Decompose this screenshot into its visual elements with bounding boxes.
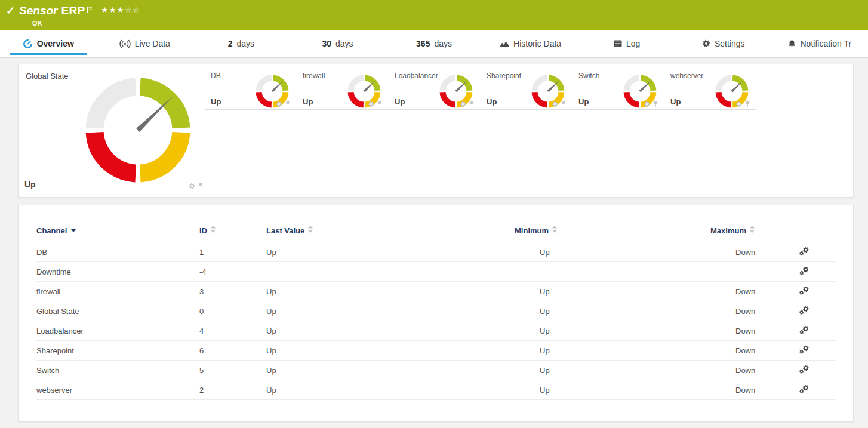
tab-historic-data[interactable]: Historic Data <box>482 30 579 57</box>
gear-icon[interactable] <box>552 101 558 107</box>
tab-label: Live Data <box>135 39 170 48</box>
cell-last-value: Up <box>266 341 515 361</box>
gear-icon[interactable] <box>276 101 282 107</box>
flag-icon[interactable] <box>87 3 93 16</box>
pin-icon[interactable] <box>653 101 658 107</box>
tab-prefix: 2 <box>228 39 233 48</box>
channel-settings-icon[interactable] <box>799 325 809 335</box>
tab-30-days[interactable]: 30days <box>290 30 386 57</box>
gear-icon[interactable] <box>189 183 195 189</box>
cell-minimum: Up <box>515 242 710 262</box>
table-row-webserver[interactable]: webserver2UpUpDown <box>36 380 836 400</box>
gauge-cell-webserver: webserverUp <box>664 67 756 110</box>
channel-settings-icon[interactable] <box>799 384 809 394</box>
sort-icon <box>211 226 216 235</box>
table-row-global-state[interactable]: Global State0UpUpDown <box>36 301 836 321</box>
tab-live-data[interactable]: Live Data <box>97 30 193 57</box>
sort-icon <box>750 226 755 235</box>
cell-channel: Loadbalancer <box>36 321 199 341</box>
cell-last-value: Up <box>266 321 515 341</box>
gauge-value: Up <box>578 97 589 106</box>
table-row-downtime[interactable]: Downtime-4 <box>36 262 836 282</box>
channel-settings-icon[interactable] <box>799 365 809 374</box>
cell-actions <box>788 361 836 380</box>
cell-id: 6 <box>199 341 266 361</box>
cell-actions <box>788 301 836 321</box>
channel-settings-icon[interactable] <box>799 266 809 276</box>
gauge-cell-firewall: firewallUp <box>297 67 389 110</box>
pin-icon[interactable] <box>377 101 383 107</box>
sensor-name: ERP <box>61 4 85 17</box>
pin-icon[interactable] <box>469 101 475 107</box>
gear-icon[interactable] <box>368 101 374 107</box>
pin-icon[interactable] <box>198 183 204 189</box>
cell-maximum: Down <box>710 282 788 301</box>
cell-channel: Sharepoint <box>36 341 199 361</box>
pin-icon[interactable] <box>285 101 291 107</box>
cell-actions <box>788 282 836 301</box>
column-header-actions <box>788 221 836 242</box>
cell-actions <box>788 242 836 262</box>
cell-id: 4 <box>199 321 266 341</box>
gauge-value: Up <box>487 97 497 106</box>
gear-icon[interactable] <box>460 101 466 107</box>
tab-settings[interactable]: Settings <box>675 30 772 57</box>
column-header-channel[interactable]: Channel <box>36 221 199 242</box>
column-header-last-value[interactable]: Last Value <box>266 221 515 242</box>
table-row-db[interactable]: DB1UpUpDown <box>36 242 836 262</box>
table-row-firewall[interactable]: firewall3UpUpDown <box>36 282 836 301</box>
cell-id: 2 <box>199 380 266 400</box>
table-row-switch[interactable]: Switch5UpUpDown <box>36 361 836 380</box>
priority-stars[interactable]: ★★★☆☆ <box>101 4 140 17</box>
gear-icon[interactable] <box>644 101 650 107</box>
sensor-title-block: Sensor ERP ★★★☆☆ OK <box>19 4 140 27</box>
table-row-sharepoint[interactable]: Sharepoint6UpUpDown <box>36 341 836 361</box>
sort-desc-icon <box>71 229 76 232</box>
pin-icon[interactable] <box>561 101 567 107</box>
tab-label: Overview <box>37 39 74 48</box>
pin-icon[interactable] <box>745 101 750 107</box>
channel-settings-icon[interactable] <box>799 306 809 315</box>
tab-label: Notification Tr <box>800 39 851 48</box>
tab-overview[interactable]: Overview <box>0 30 97 57</box>
tab-notification-tr[interactable]: Notification Tr <box>772 30 868 57</box>
column-header-id[interactable]: ID <box>199 221 266 242</box>
cell-id: 3 <box>199 282 266 301</box>
tab-log[interactable]: Log <box>578 30 675 57</box>
sensor-header: ✓ Sensor ERP ★★★☆☆ OK <box>0 0 868 30</box>
gauge-value: Up <box>24 180 189 189</box>
prtg-sensor-page: ✓ Sensor ERP ★★★☆☆ OK OverviewLive Data2… <box>0 0 868 422</box>
tab-2-days[interactable]: 2days <box>193 30 290 57</box>
gear-icon[interactable] <box>735 101 742 107</box>
tab-365-days[interactable]: 365days <box>386 30 482 57</box>
tab-label: days <box>335 39 353 48</box>
tab-label: Settings <box>715 39 745 48</box>
column-header-minimum[interactable]: Minimum <box>515 221 710 242</box>
channels-panel: ChannelIDLast ValueMinimumMaximum DB1UpU… <box>18 205 854 422</box>
status-check-icon: ✓ <box>6 5 15 17</box>
column-header-maximum[interactable]: Maximum <box>710 221 788 242</box>
cell-minimum: Up <box>515 301 710 321</box>
cell-id: 5 <box>199 361 266 380</box>
table-row-loadbalancer[interactable]: Loadbalancer4UpUpDown <box>36 321 836 341</box>
tab-label: days <box>237 39 255 48</box>
cell-last-value: Up <box>266 361 515 380</box>
channel-settings-icon[interactable] <box>799 247 809 256</box>
channel-gauges-row: DBUpfirewallUpLoadbalancerUpSharepointUp… <box>205 64 756 197</box>
sort-icon <box>552 226 557 235</box>
gauge-footer-icons <box>368 101 383 107</box>
broadcast-icon <box>119 39 131 48</box>
column-label: Minimum <box>515 226 549 235</box>
gauges-panel: Global State Up DBUpfirewallUpLoadbalanc… <box>18 64 854 198</box>
gauge-value: Up <box>211 97 221 106</box>
gauge-value: Up <box>395 97 405 106</box>
channel-settings-icon[interactable] <box>799 345 809 355</box>
gear-icon <box>702 39 710 48</box>
cell-actions <box>788 321 836 341</box>
tab-label: Log <box>626 39 640 48</box>
global-state-gauge <box>85 78 190 185</box>
gauge-footer: Up <box>24 180 204 192</box>
channel-settings-icon[interactable] <box>799 286 809 295</box>
cell-id: -4 <box>199 262 266 282</box>
tab-prefix: 365 <box>416 39 430 48</box>
